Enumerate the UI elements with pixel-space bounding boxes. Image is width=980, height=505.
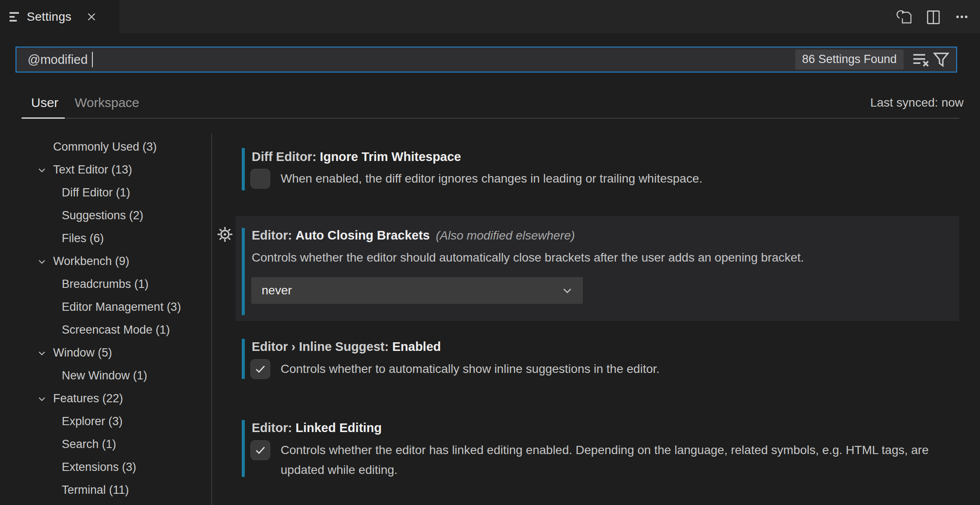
toc-item-explorer[interactable]: Explorer (3) — [0, 410, 211, 433]
setting-description: Controls whether the editor has linked e… — [281, 440, 943, 480]
setting-row-auto-closing-brackets: Editor: Auto Closing Brackets(Also modif… — [236, 216, 959, 321]
toc-item-label: Window (5) — [53, 346, 112, 360]
settings-editor: Settings — [0, 0, 980, 505]
checkbox[interactable] — [250, 169, 270, 189]
toc-item-label: Editor Management (3) — [62, 300, 181, 314]
toc-item-label: Suggestions (2) — [62, 209, 143, 222]
setting-description: Controls whether the editor should autom… — [252, 249, 804, 266]
select-value: never — [262, 284, 560, 297]
settings-toc: Commonly Used (3)Text Editor (13)Diff Ed… — [0, 136, 211, 502]
settings-search-input[interactable]: @modified 86 Settings Found — [16, 47, 957, 73]
header-divider — [65, 118, 959, 119]
toc-item-label: Terminal (11) — [62, 483, 129, 497]
toc-item-diff-editor[interactable]: Diff Editor (1) — [0, 181, 211, 204]
toc-item-label: New Window (1) — [62, 369, 147, 382]
toc-item-suggestions[interactable]: Suggestions (2) — [0, 204, 211, 227]
toc-item-label: Breadcrumbs (1) — [62, 278, 149, 291]
editor-actions — [895, 0, 972, 33]
chevron-down-icon — [36, 347, 47, 359]
toc-item-label: Explorer (3) — [62, 415, 123, 428]
search-query: @modified — [28, 53, 88, 67]
settings-count-badge: 86 Settings Found — [795, 50, 904, 69]
settings-list: Diff Editor: Ignore Trim Whitespace When… — [236, 134, 959, 505]
chevron-down-icon — [36, 393, 47, 404]
toc-item-features[interactable]: Features (22) — [0, 387, 211, 410]
toc-item-label: Extensions (3) — [62, 461, 136, 474]
toc-item-workbench[interactable]: Workbench (9) — [0, 250, 211, 273]
toc-splitter[interactable] — [211, 134, 212, 505]
tab-workspace[interactable]: Workspace — [75, 93, 139, 112]
tab-title: Settings — [27, 10, 72, 24]
gear-icon[interactable] — [216, 226, 234, 243]
toc-item-label: Text Editor (13) — [53, 163, 132, 177]
more-actions-icon[interactable] — [952, 6, 972, 27]
setting-title: Diff Editor: Ignore Trim Whitespace — [252, 148, 461, 165]
chevron-down-icon — [36, 256, 47, 267]
chevron-down-icon — [560, 284, 574, 297]
sync-status: Last synced: now — [870, 93, 964, 112]
close-icon[interactable] — [84, 9, 99, 25]
toc-item-text-editor[interactable]: Text Editor (13) — [0, 158, 211, 181]
setting-title: Editor › Inline Suggest: Enabled — [252, 338, 441, 355]
settings-list-icon — [9, 12, 20, 22]
setting-row-linked-editing: Editor: Linked Editing Controls whether … — [236, 420, 959, 483]
setting-title: Editor: Linked Editing — [252, 420, 382, 436]
tab-bar: Settings — [0, 0, 980, 33]
toc-item-label: Diff Editor (1) — [62, 186, 130, 199]
toc-item-extensions[interactable]: Extensions (3) — [0, 456, 211, 479]
checkbox[interactable] — [250, 359, 270, 379]
active-tab-underline — [22, 117, 65, 119]
text-cursor — [92, 52, 93, 67]
toc-item-breadcrumbs[interactable]: Breadcrumbs (1) — [0, 273, 211, 296]
also-modified-note: (Also modified elsewhere) — [436, 229, 575, 242]
checkbox[interactable] — [250, 440, 270, 460]
toc-item-label: Screencast Mode (1) — [62, 323, 170, 337]
setting-description: When enabled, the diff editor ignores ch… — [281, 169, 702, 189]
modified-indicator — [242, 420, 245, 477]
setting-row-inline-suggest-enabled: Editor › Inline Suggest: Enabled Control… — [236, 339, 959, 384]
toc-item-label: Commonly Used (3) — [53, 140, 157, 154]
open-settings-json-icon[interactable] — [895, 6, 915, 27]
toc-item-new-window[interactable]: New Window (1) — [0, 364, 211, 387]
toc-item-commonly-used[interactable]: Commonly Used (3) — [0, 136, 211, 158]
toc-item-editor-management[interactable]: Editor Management (3) — [0, 296, 211, 319]
clear-settings-search-icon[interactable] — [910, 50, 930, 69]
modified-indicator — [242, 148, 245, 190]
toc-item-window[interactable]: Window (5) — [0, 341, 211, 364]
modified-indicator — [242, 339, 245, 379]
chevron-down-icon — [36, 164, 47, 176]
setting-title: Editor: Auto Closing Brackets(Also modif… — [252, 227, 575, 244]
setting-row-ignore-trim-whitespace: Diff Editor: Ignore Trim Whitespace When… — [236, 145, 959, 193]
filter-icon[interactable] — [931, 50, 951, 69]
modified-indicator — [242, 228, 245, 315]
toc-item-files[interactable]: Files (6) — [0, 227, 211, 250]
toc-item-search[interactable]: Search (1) — [0, 433, 211, 456]
toc-item-label: Search (1) — [62, 438, 116, 451]
toc-item-terminal[interactable]: Terminal (11) — [0, 479, 211, 502]
toc-item-label: Workbench (9) — [53, 255, 130, 268]
toc-item-label: Files (6) — [62, 232, 104, 245]
tab-user[interactable]: User — [31, 93, 58, 112]
auto-closing-brackets-select[interactable]: never — [251, 277, 583, 304]
toc-item-label: Features (22) — [53, 392, 123, 405]
toc-item-screencast-mode[interactable]: Screencast Mode (1) — [0, 319, 211, 341]
setting-description: Controls whether to automatically show i… — [281, 359, 660, 379]
split-editor-icon[interactable] — [923, 6, 944, 27]
tab-settings[interactable]: Settings — [0, 0, 120, 33]
